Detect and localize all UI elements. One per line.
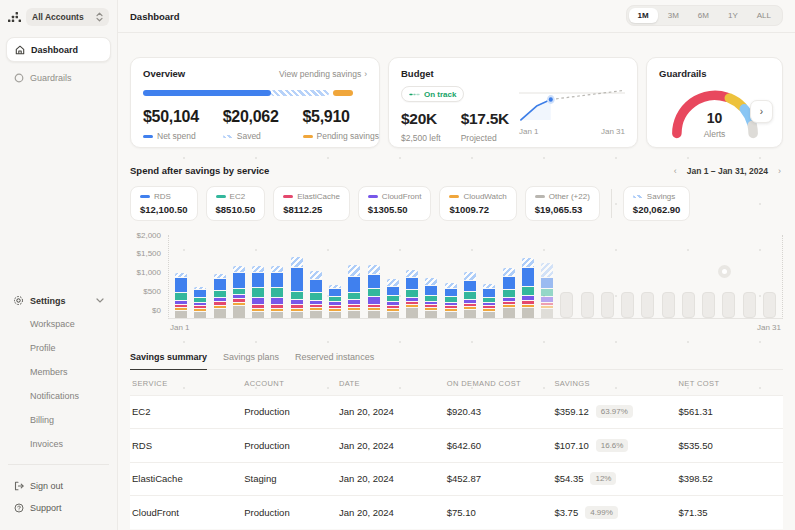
- chart-y-axis: $2,000$1,500$1,000$500$0: [130, 231, 168, 315]
- bar-day-19[interactable]: [522, 258, 534, 318]
- sidebar-subitem-profile[interactable]: Profile: [6, 336, 111, 360]
- range-6m-button[interactable]: 6M: [689, 8, 718, 23]
- bar-segment-elasticache: [291, 305, 303, 308]
- range-all-button[interactable]: ALL: [748, 8, 780, 23]
- sidebar-item-label: Guardrails: [30, 73, 72, 83]
- sidebar-subitem-invoices[interactable]: Invoices: [6, 432, 111, 456]
- bar-segment-rds: [233, 273, 245, 288]
- bar-segment-other-22-: [348, 311, 360, 317]
- tab-reserved-instances[interactable]: Reserved instances: [295, 347, 374, 370]
- range-3m-button[interactable]: 3M: [659, 8, 688, 23]
- legend-chip-label: Other (+22): [549, 192, 590, 201]
- tab-savings-plans[interactable]: Savings plans: [223, 347, 279, 370]
- sidebar-subitem-notifications[interactable]: Notifications: [6, 384, 111, 408]
- bar-day-18[interactable]: [503, 268, 515, 317]
- legend-dash-icon: [368, 195, 378, 198]
- cell-savings: $107.1016.6%: [554, 439, 678, 452]
- legend-chip-cloudfront[interactable]: CloudFront$1305.50: [358, 186, 432, 221]
- tab-savings-summary[interactable]: Savings summary: [130, 347, 207, 370]
- legend-dash-icon: [283, 195, 293, 198]
- bar-segment-savings: [175, 273, 187, 277]
- legend-chip-rds[interactable]: RDS$12,100.50: [130, 186, 198, 221]
- time-range-segmented-control: 1M3M6M1YALL: [626, 5, 783, 26]
- table-row[interactable]: EC2ProductionJan 20, 2024$920.43$359.126…: [130, 395, 783, 429]
- legend-chip-other-22-[interactable]: Other (+22)$19,065.53: [525, 186, 600, 221]
- bar-day-8[interactable]: [310, 271, 322, 318]
- legend-chip-name: EC2: [216, 192, 256, 201]
- bar-segment-savings: [194, 287, 206, 290]
- bar-day-13[interactable]: [406, 270, 418, 318]
- bar-segment-ec2: [310, 293, 322, 300]
- bar-day-9[interactable]: [329, 285, 341, 318]
- legend-chip-cloudwatch[interactable]: CloudWatch$1009.72: [439, 186, 516, 221]
- bar-segment-elasticache: [425, 305, 437, 307]
- bar-segment-cloudwatch: [310, 308, 322, 310]
- sidebar-subitem-billing[interactable]: Billing: [6, 408, 111, 432]
- sidebar-item-settings[interactable]: Settings: [6, 289, 111, 312]
- bar-day-16[interactable]: [464, 272, 476, 317]
- range-1y-button[interactable]: 1Y: [719, 8, 747, 23]
- legend-chip-savings[interactable]: Savings$20,062.90: [623, 186, 691, 221]
- guardrails-next-button[interactable]: ›: [750, 100, 773, 123]
- bar-segment-cloudwatch: [387, 309, 399, 311]
- bar-segment-other-22-: [464, 310, 476, 318]
- bar-segment-other-22-: [522, 308, 534, 318]
- bar-segment-cloudfront: [387, 302, 399, 305]
- bar-day-4[interactable]: [233, 266, 245, 317]
- table-row[interactable]: RDSProductionJan 20, 2024$642.60$107.101…: [130, 428, 783, 462]
- range-1m-button[interactable]: 1M: [629, 8, 658, 23]
- cell-date: Jan 20, 2024: [339, 440, 447, 451]
- bar-segment-cloudfront: [445, 303, 457, 305]
- bar-day-3[interactable]: [214, 274, 226, 317]
- bar-day-7[interactable]: [291, 257, 303, 318]
- bar-segment-cloudwatch: [483, 309, 495, 311]
- chevron-left-icon[interactable]: ‹: [672, 166, 679, 176]
- chevron-right-icon[interactable]: ›: [776, 166, 783, 176]
- bar-segment-other-22-: [503, 308, 515, 318]
- view-pending-savings-link[interactable]: View pending savings ›: [279, 69, 367, 79]
- bar-segment-savings: [329, 285, 341, 289]
- legend-chip-ec2[interactable]: EC2$8510.50: [206, 186, 266, 221]
- sidebar-item-signout[interactable]: Sign out: [6, 473, 111, 498]
- column-header-account: ACCOUNT: [244, 379, 339, 388]
- bar-day-14[interactable]: [425, 278, 437, 317]
- account-selector[interactable]: All Accounts: [26, 8, 109, 26]
- stat-label-text: Pending savings: [317, 131, 379, 141]
- legend-chip-label: Savings: [647, 192, 675, 201]
- budget-amount-block: $20K $2,500 left: [401, 110, 441, 143]
- chart-ring-decoration: [718, 265, 731, 278]
- bar-day-5[interactable]: [252, 266, 264, 317]
- budget-axis-start: Jan 1: [519, 127, 539, 136]
- budget-axis-end: Jan 31: [601, 127, 625, 136]
- bar-day-2[interactable]: [194, 287, 206, 318]
- bar-day-10[interactable]: [348, 265, 360, 318]
- sidebar-item-support[interactable]: Support: [6, 498, 111, 520]
- spend-chart: $2,000$1,500$1,000$500$0 Jan 1 Jan 31: [130, 235, 783, 332]
- sidebar-item-dashboard[interactable]: Dashboard: [6, 37, 111, 62]
- budget-amount-note: $2,500 left: [401, 133, 441, 143]
- bar-segment-cloudwatch: [175, 308, 187, 310]
- bar-day-6[interactable]: [271, 266, 283, 317]
- bar-day-1[interactable]: [175, 273, 187, 317]
- sidebar-subitem-members[interactable]: Members: [6, 360, 111, 384]
- savings-amount: $107.10: [554, 440, 588, 451]
- bar-day-11[interactable]: [368, 265, 380, 318]
- spend-progress-bar: [143, 90, 367, 96]
- bar-segment-rds: [291, 268, 303, 291]
- bar-day-15[interactable]: [445, 283, 457, 318]
- sidebar-subitem-workspace[interactable]: Workspace: [6, 312, 111, 336]
- bar-segment-cloudwatch: [252, 309, 264, 311]
- bar-day-12[interactable]: [387, 279, 399, 318]
- bar-day-17[interactable]: [483, 284, 495, 318]
- savings-percent-badge: 63.97%: [596, 405, 633, 418]
- table-row[interactable]: ElastiCacheStagingJan 20, 2024$452.87$54…: [130, 462, 783, 496]
- budget-status-label: On track: [424, 90, 456, 99]
- sidebar-settings-label: Settings: [30, 296, 66, 306]
- trend-line-icon: [409, 92, 420, 97]
- legend-chip-name: CloudFront: [368, 192, 422, 201]
- bar-segment-rds: [425, 286, 437, 295]
- bar-day-20[interactable]: [541, 263, 553, 318]
- sidebar-item-guardrails[interactable]: Guardrails: [6, 66, 111, 89]
- legend-chip-elasticache[interactable]: ElastiCache$8112.25: [273, 186, 350, 221]
- table-row[interactable]: CloudFrontProductionJan 20, 2024$75.10$3…: [130, 495, 783, 529]
